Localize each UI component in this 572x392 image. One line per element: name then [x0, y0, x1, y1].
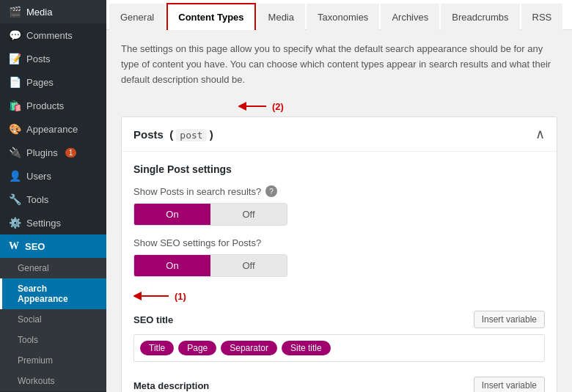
field2-label: Show SEO settings for Posts? — [133, 237, 545, 248]
sidebar-item-label: Posts — [26, 53, 51, 64]
main-content: General Content Types Media Taxonomies A… — [106, 0, 572, 392]
tab-breadcrumbs[interactable]: Breadcrumbs — [441, 4, 519, 30]
products-icon: 🛍️ — [9, 100, 21, 111]
sidebar-item-appearance[interactable]: 🎨 Appearance — [0, 117, 106, 141]
section-header: Posts ( post ) ∧ — [122, 117, 557, 152]
field-show-posts: Show Posts in search results? ? On Off — [133, 185, 545, 226]
appearance-icon: 🎨 — [9, 123, 21, 135]
sidebar-item-label: Tools — [26, 194, 48, 205]
plugins-badge: 1 — [65, 148, 77, 158]
media-icon: 🎬 — [9, 6, 21, 18]
toggle-show-posts: On Off — [133, 203, 287, 226]
tab-rss[interactable]: RSS — [521, 4, 563, 30]
seo-title-label: SEO title — [133, 314, 173, 325]
pages-icon: 📄 — [9, 76, 21, 88]
sidebar-item-label: Plugins — [26, 147, 58, 158]
sidebar-item-posts[interactable]: 📝 Posts — [0, 47, 106, 70]
annotation1-row: (1) — [133, 289, 545, 303]
sidebar-item-label: Appearance — [26, 124, 78, 135]
toggle1-on-button[interactable]: On — [134, 204, 210, 225]
submenu-item-social[interactable]: Social — [0, 309, 106, 330]
settings-icon: ⚙️ — [9, 217, 21, 229]
seo-title-tags-row: Title Page Separator Site title — [133, 334, 545, 362]
seo-title-area: SEO title Insert variable Title Page Sep… — [133, 311, 545, 362]
plugins-icon: 🔌 — [9, 147, 21, 158]
meta-field-header: Meta description Insert variable — [133, 377, 545, 392]
seo-field-header: SEO title Insert variable — [133, 311, 545, 328]
submenu-item-search-appearance[interactable]: Search Appearance — [0, 278, 106, 309]
tab-media[interactable]: Media — [257, 4, 305, 30]
meta-description-label: Meta description — [133, 380, 209, 391]
toggle1-off-button[interactable]: Off — [210, 204, 287, 225]
annotation1-arrow — [133, 289, 170, 303]
toggle-show-seo: On Off — [133, 254, 287, 277]
tag-separator[interactable]: Separator — [221, 341, 277, 355]
sidebar-item-media[interactable]: 🎬 Media — [0, 0, 106, 23]
sidebar-item-label: Media — [26, 7, 52, 18]
tools-icon: 🔧 — [9, 193, 21, 205]
submenu-item-workouts[interactable]: Workouts — [0, 371, 106, 391]
subsection-title: Single Post settings — [133, 163, 545, 175]
toggle2-off-button[interactable]: Off — [210, 255, 287, 276]
info-text: The settings on this page allow you to s… — [121, 42, 557, 87]
sidebar-item-label: Settings — [26, 218, 61, 229]
seo-submenu: General Search Appearance Social Tools P… — [0, 258, 106, 391]
annotation2-arrow — [238, 99, 268, 114]
tab-general[interactable]: General — [109, 4, 165, 30]
insert-variable-meta-button[interactable]: Insert variable — [474, 377, 545, 392]
tab-archives[interactable]: Archives — [381, 4, 439, 30]
tab-content-types[interactable]: Content Types — [166, 3, 255, 30]
tabs-bar: General Content Types Media Taxonomies A… — [106, 0, 572, 30]
field-show-seo: Show SEO settings for Posts? On Off — [133, 237, 545, 277]
tab-taxonomies[interactable]: Taxonomies — [307, 4, 379, 30]
submenu-item-tools[interactable]: Tools — [0, 330, 106, 350]
submenu-item-premium[interactable]: Premium — [0, 350, 106, 371]
seo-icon: W — [9, 240, 19, 252]
sidebar: 🎬 Media 💬 Comments 📝 Posts 📄 Pages 🛍️ Pr… — [0, 0, 106, 392]
sidebar-item-products[interactable]: 🛍️ Products — [0, 94, 106, 117]
sidebar-item-label: Comments — [26, 30, 73, 41]
sidebar-item-seo[interactable]: W SEO — [0, 234, 106, 258]
tag-page[interactable]: Page — [178, 341, 216, 355]
sidebar-item-label: Products — [26, 100, 64, 111]
toggle2-on-button[interactable]: On — [134, 255, 210, 276]
annotation2-label: (2) — [272, 101, 284, 112]
sidebar-item-settings[interactable]: ⚙️ Settings — [0, 211, 106, 234]
posts-section-card: Posts ( post ) ∧ Single Post settings Sh… — [121, 117, 557, 392]
section-title: Posts ( post ) — [133, 128, 213, 141]
submenu-item-general[interactable]: General — [0, 258, 106, 278]
sidebar-item-users[interactable]: 👤 Users — [0, 164, 106, 188]
posts-icon: 📝 — [9, 53, 21, 64]
annotation1-label: (1) — [175, 291, 186, 302]
collapse-icon[interactable]: ∧ — [535, 126, 545, 142]
meta-description-area: Meta description Insert variable — [133, 377, 545, 392]
field1-label: Show Posts in search results? ? — [133, 185, 545, 197]
sidebar-item-label: Users — [26, 171, 51, 182]
sidebar-item-plugins[interactable]: 🔌 Plugins 1 — [0, 141, 106, 164]
sidebar-item-pages[interactable]: 📄 Pages — [0, 70, 106, 94]
tag-site-title[interactable]: Site title — [282, 341, 331, 355]
users-icon: 👤 — [9, 170, 21, 182]
sidebar-item-tools[interactable]: 🔧 Tools — [0, 188, 106, 211]
insert-variable-seo-title-button[interactable]: Insert variable — [474, 311, 545, 328]
section-body: Single Post settings Show Posts in searc… — [122, 152, 557, 392]
tag-title[interactable]: Title — [140, 341, 174, 355]
sidebar-item-comments[interactable]: 💬 Comments — [0, 23, 106, 47]
sidebar-item-label: Pages — [26, 77, 54, 88]
help-icon-1[interactable]: ? — [265, 185, 277, 197]
content-area: The settings on this page allow you to s… — [106, 30, 572, 392]
comments-icon: 💬 — [9, 29, 21, 41]
seo-label: SEO — [25, 241, 45, 252]
